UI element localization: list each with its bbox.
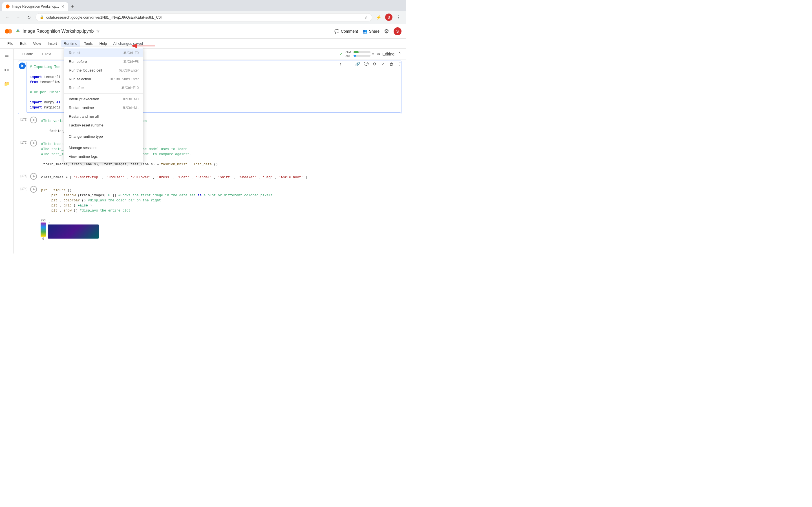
menu-item-change-runtime[interactable]: Change runtime type xyxy=(64,132,143,141)
cell-172-run-button[interactable] xyxy=(30,139,38,147)
cell-173-number: [173] xyxy=(18,172,30,177)
cell-delete-button[interactable]: 🗑 xyxy=(388,60,395,68)
colab-logo xyxy=(4,27,12,35)
cell-173: [173] class_names = [ 'T-shirt/top' , xyxy=(18,172,402,183)
menu-edit[interactable]: Edit xyxy=(17,40,29,47)
check-icon: ✓ xyxy=(340,52,343,56)
menu-item-run-selection[interactable]: Run selection ⌘/Ctrl+Shift+Enter xyxy=(64,75,143,83)
menu-tools[interactable]: Tools xyxy=(81,40,95,47)
manage-sessions-label: Manage sessions xyxy=(69,146,97,150)
reload-button[interactable]: ↻ xyxy=(25,13,33,21)
view-runtime-logs-label: View runtime logs xyxy=(69,154,98,159)
sidebar-toc-icon[interactable]: ☰ xyxy=(2,52,11,61)
new-tab-button[interactable]: + xyxy=(68,3,77,10)
comment-button[interactable]: 💬 Comment xyxy=(335,29,358,34)
add-text-button[interactable]: + Text xyxy=(38,50,54,57)
sidebar-code-icon[interactable]: <> xyxy=(2,66,11,75)
menu-insert[interactable]: Insert xyxy=(45,40,60,47)
restart-run-all-label: Restart and run all xyxy=(69,114,99,119)
menu-file[interactable]: File xyxy=(4,40,16,47)
menu-item-restart[interactable]: Restart runtime ⌘/Ctrl+M . xyxy=(64,103,143,112)
browser-tab[interactable]: Image Recognition Workshop... ✕ xyxy=(2,2,68,11)
drive-icon xyxy=(16,29,20,34)
cell-174: [174] plt . figure () xyxy=(18,184,402,217)
share-button[interactable]: 👥 Share xyxy=(363,29,379,34)
save-status: All changes saved xyxy=(113,41,143,46)
menu-item-run-before[interactable]: Run before ⌘/Ctrl+F8 xyxy=(64,57,143,66)
url-bar[interactable]: 🔒 colab.research.google.com/drive/1Ntl1_… xyxy=(36,13,372,21)
share-icon: 👥 xyxy=(363,29,367,34)
cell-move-down-button[interactable]: ↓ xyxy=(345,60,353,68)
plot-image xyxy=(48,224,99,238)
tab-close-button[interactable]: ✕ xyxy=(61,4,64,9)
menu-item-factory-reset[interactable]: Factory reset runtime xyxy=(64,121,143,129)
cell-more-button[interactable]: ⋮ xyxy=(396,60,404,68)
menu-item-run-all[interactable]: Run all ⌘/Ctrl+F9 xyxy=(64,48,143,57)
menu-icon[interactable]: ⋮ xyxy=(395,13,403,21)
menu-item-run-focused[interactable]: Run the focused cell ⌘/Ctrl+Enter xyxy=(64,66,143,75)
cell-174-run-button[interactable] xyxy=(30,185,38,193)
cell-174-number: [174] xyxy=(18,185,30,190)
tab-title: Image Recognition Workshop... xyxy=(12,4,59,8)
menu-item-restart-run-all[interactable]: Restart and run all xyxy=(64,112,143,121)
menu-item-manage-sessions[interactable]: Manage sessions xyxy=(64,144,143,152)
restart-shortcut: ⌘/Ctrl+M . xyxy=(122,106,139,110)
menu-help[interactable]: Help xyxy=(97,40,110,47)
menu-item-interrupt[interactable]: Interrupt execution ⌘/Ctrl+M I xyxy=(64,95,143,103)
settings-icon[interactable]: ⚙ xyxy=(384,28,389,35)
interrupt-shortcut: ⌘/Ctrl+M I xyxy=(122,97,139,101)
colorbar xyxy=(41,223,46,237)
cell-link-button[interactable]: 🔗 xyxy=(354,60,361,68)
run-after-shortcut: ⌘/Ctrl+F10 xyxy=(121,86,139,90)
star-notebook-icon[interactable]: ☆ xyxy=(96,29,100,34)
menu-item-run-after[interactable]: Run after ⌘/Ctrl+F10 xyxy=(64,83,143,92)
run-selection-label: Run selection xyxy=(69,77,91,81)
code-keyword-import2: import xyxy=(30,101,42,105)
plot-min-label: 0 xyxy=(42,237,44,240)
lock-icon: 🔒 xyxy=(40,15,44,19)
ram-dropdown-arrow[interactable]: ▾ xyxy=(372,52,374,56)
cell-run-button[interactable] xyxy=(18,62,26,70)
menu-runtime[interactable]: Runtime xyxy=(61,40,80,47)
sidebar-files-icon[interactable]: 📁 xyxy=(2,79,11,88)
cell-171-number: [171] xyxy=(18,116,30,121)
notebook-filename[interactable]: Image Recognition Workshop.ipynb xyxy=(22,29,94,34)
run-selection-shortcut: ⌘/Ctrl+Shift+Enter xyxy=(110,77,139,81)
runtime-dropdown-menu: Run all ⌘/Ctrl+F9 Run before ⌘/Ctrl+F8 R… xyxy=(64,47,143,162)
extensions-icon[interactable]: ⚡ xyxy=(375,13,383,21)
plot-max-label: 250 xyxy=(41,219,46,222)
forward-button[interactable]: → xyxy=(14,13,22,21)
menu-divider-2 xyxy=(64,131,143,131)
cell-expand-button[interactable]: ⤢ xyxy=(379,60,387,68)
code-keyword-import1: import xyxy=(30,75,42,79)
add-code-button[interactable]: + Code xyxy=(18,50,36,57)
cell-comment-button[interactable]: 💬 xyxy=(362,60,370,68)
svg-point-1 xyxy=(8,29,12,34)
cell-settings-button[interactable]: ⚙ xyxy=(370,60,378,68)
code-comment: # Importing Ten xyxy=(30,65,60,69)
share-label: Share xyxy=(369,29,379,34)
left-sidebar: ☰ <> 📁 xyxy=(0,49,13,253)
restart-label: Restart runtime xyxy=(69,106,94,110)
run-before-shortcut: ⌘/Ctrl+F8 xyxy=(123,60,139,64)
collapse-button[interactable]: ⌃ xyxy=(398,51,402,57)
interrupt-label: Interrupt execution xyxy=(69,97,99,101)
run-after-label: Run after xyxy=(69,86,84,90)
cell-171-run-button[interactable] xyxy=(30,116,38,124)
menu-view[interactable]: View xyxy=(30,40,44,47)
bookmark-icon[interactable]: ☆ xyxy=(364,15,368,19)
cell-move-up-button[interactable]: ↑ xyxy=(337,60,345,68)
cell-173-run-button[interactable] xyxy=(30,172,38,180)
cell-172-number: [172] xyxy=(18,139,30,144)
editing-label: Editing xyxy=(382,52,395,56)
code-keyword-import3: import xyxy=(30,106,42,110)
back-button[interactable]: ← xyxy=(3,13,11,21)
menu-item-view-runtime-logs[interactable]: View runtime logs xyxy=(64,152,143,161)
notebook-title-area: Image Recognition Workshop.ipynb ☆ xyxy=(16,29,100,34)
run-focused-shortcut: ⌘/Ctrl+Enter xyxy=(119,68,139,72)
profile-icon[interactable]: S xyxy=(385,13,393,21)
output-icon[interactable]: ↗ xyxy=(48,221,50,224)
user-avatar[interactable]: S xyxy=(394,27,402,35)
run-before-label: Run before xyxy=(69,59,87,64)
code-comment2: # Helper librar xyxy=(30,91,60,94)
